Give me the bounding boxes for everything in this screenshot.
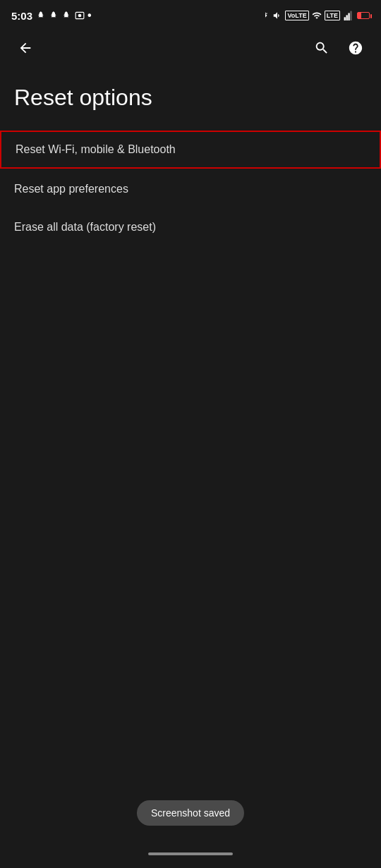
- snapchat-icon-2: [49, 11, 59, 20]
- status-bar: 5:03 • VoLTE LTE: [0, 0, 381, 28]
- status-bar-right: VoLTE LTE: [261, 10, 370, 21]
- bottom-bar: [0, 840, 381, 868]
- notification-dot: •: [87, 9, 92, 22]
- snapchat-icon-1: [37, 11, 47, 20]
- svg-rect-2: [344, 17, 346, 20]
- status-bar-left: 5:03 •: [11, 9, 92, 22]
- status-icons-left: •: [37, 9, 92, 22]
- screenshot-saved-toast: Screenshot saved: [137, 800, 244, 826]
- toast-message: Screenshot saved: [151, 807, 230, 819]
- page-title: Reset options: [14, 85, 367, 111]
- status-time: 5:03: [11, 10, 32, 22]
- search-button[interactable]: [308, 34, 336, 62]
- signal-icon: [343, 11, 354, 20]
- settings-item-wifi-bluetooth-reset-label: Reset Wi-Fi, mobile & Bluetooth: [16, 143, 176, 155]
- battery-icon: [357, 12, 370, 19]
- back-button[interactable]: [11, 34, 40, 62]
- svg-point-1: [78, 14, 82, 18]
- help-button[interactable]: [341, 34, 370, 62]
- settings-item-wifi-bluetooth-reset[interactable]: Reset Wi-Fi, mobile & Bluetooth: [0, 131, 381, 169]
- volte-icon: VoLTE: [285, 11, 308, 20]
- app-bar-right: [308, 34, 370, 62]
- bluetooth-icon: [261, 10, 270, 21]
- svg-rect-3: [346, 15, 348, 20]
- settings-list: Reset Wi-Fi, mobile & Bluetooth Reset ap…: [0, 131, 381, 245]
- svg-rect-5: [350, 11, 351, 20]
- app-bar-left: [11, 34, 40, 62]
- screen-record-icon: [75, 11, 85, 20]
- lte-icon: LTE: [325, 11, 340, 20]
- back-arrow-icon: [18, 40, 33, 56]
- wifi-icon: [312, 11, 322, 20]
- page-title-container: Reset options: [0, 68, 381, 125]
- home-indicator: [148, 852, 233, 855]
- settings-item-factory-reset-label: Erase all data (factory reset): [14, 221, 156, 233]
- svg-rect-4: [348, 13, 349, 21]
- help-icon: [348, 40, 363, 56]
- search-icon: [314, 40, 329, 56]
- snapchat-icon-3: [62, 11, 72, 20]
- settings-item-app-preferences-reset-label: Reset app preferences: [14, 183, 128, 195]
- settings-item-app-preferences-reset[interactable]: Reset app preferences: [0, 171, 381, 207]
- volume-icon: [272, 11, 282, 20]
- settings-item-factory-reset[interactable]: Erase all data (factory reset): [0, 210, 381, 245]
- app-bar: [0, 28, 381, 68]
